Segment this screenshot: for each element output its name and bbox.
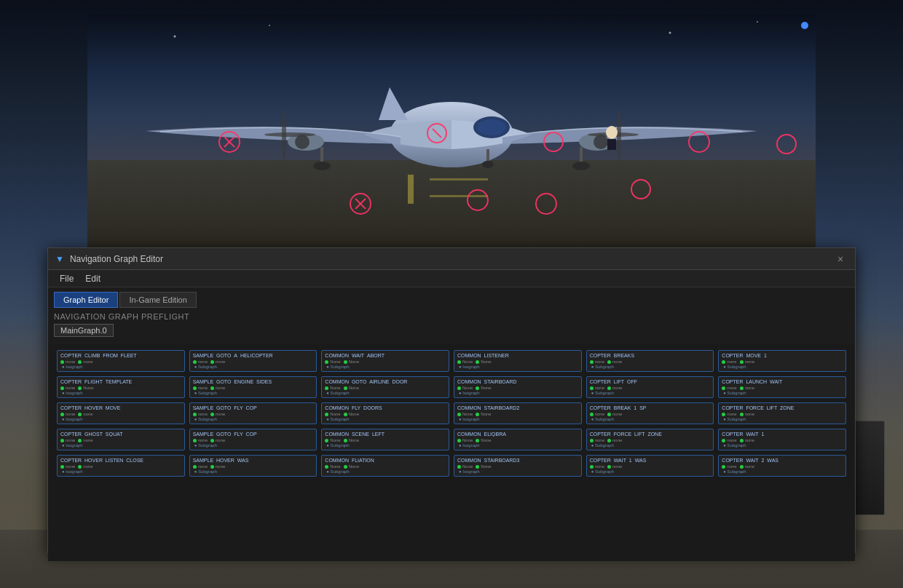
node-card[interactable]: COMMON_SCENE_LEFTNoneNone● Subgraph	[321, 429, 449, 450]
port: None	[457, 438, 473, 442]
node-card[interactable]: COPTER_BREAKSnonenone● Subgraph	[586, 350, 714, 372]
port-label: None	[481, 386, 491, 390]
node-card[interactable]: COMMON_FLY_DOORSNoneNone● Subgraph	[321, 402, 449, 424]
node-subgraph: ● Isograph	[457, 469, 578, 474]
node-card[interactable]: COPTER_LAUNCH_WAITnonenone● Subgraph	[718, 376, 846, 398]
port-label: None	[330, 359, 340, 364]
node-card[interactable]: COPTER_HOVER_LISTEN_CLOSEnonenone● Isogr…	[57, 455, 185, 477]
port-label: none	[745, 464, 754, 469]
node-card[interactable]: COPTER_FORCE_LIFT_ZONEnonenone● Subgraph	[586, 429, 714, 450]
node-card[interactable]: COPTER_BREAK_1_SPnonenone● Subgraph	[586, 402, 714, 424]
port: None	[476, 359, 491, 364]
node-title: COPTER_GHOST_SQUAT	[60, 432, 181, 437]
node-title: COMMON_ELIQBRA	[457, 432, 578, 437]
node-card[interactable]: COMMON_GOTO_AIRLINE_DOORNoneNone● Subgra…	[321, 376, 449, 398]
node-ports: NoneNone	[325, 359, 446, 364]
panel-subtitle: NAVIGATION GRAPH PREFLIGHT	[48, 308, 855, 322]
port: None	[344, 412, 359, 416]
port-dot	[210, 386, 214, 390]
tab-in-game-edition[interactable]: In-Game Edition	[119, 292, 196, 308]
port: none	[722, 464, 736, 469]
port-label: none	[83, 359, 92, 364]
port-dot	[476, 360, 479, 364]
node-card[interactable]: SAMPLE_GOTO_FLY_COPnonenone● Subgraph	[189, 429, 318, 450]
port-label: None	[481, 464, 491, 469]
port: none	[60, 386, 75, 390]
breadcrumb-item[interactable]: MainGraph.0	[54, 324, 114, 337]
node-card[interactable]: COPTER_MOVE_1nonenone● Subgraph	[718, 350, 846, 372]
node-card[interactable]: COPTER_FORCE_LIFT_ZONEnonenone● Subgraph	[718, 402, 846, 424]
node-ports: NoneNone	[325, 438, 446, 442]
port: none	[590, 386, 604, 390]
port-dot	[60, 360, 64, 364]
port: none	[590, 464, 604, 469]
tab-graph-editor[interactable]: Graph Editor	[54, 292, 118, 308]
node-ports: nonenone	[193, 464, 314, 469]
port-dot	[722, 465, 725, 469]
port: none	[78, 438, 92, 442]
node-title: COMMON_STAIRBOARD2	[457, 405, 578, 410]
port: None	[325, 464, 340, 469]
port-label: none	[595, 359, 604, 364]
node-ports: nonenone	[590, 412, 711, 416]
node-card[interactable]: COMMON_FLIATIONNoneNone● Subgraph	[321, 455, 449, 477]
nav-graph-editor-panel: ▼ Navigation Graph Editor × File Edit Gr…	[47, 247, 856, 553]
port: none	[210, 438, 225, 442]
port-label: none	[66, 386, 75, 390]
menu-file[interactable]: File	[54, 272, 79, 285]
node-title: COPTER_HOVER_MOVE	[60, 405, 181, 410]
port-dot	[325, 439, 328, 442]
node-card[interactable]: COPTER_HOVER_MOVEnonenone● Isograph	[57, 402, 185, 424]
graph-canvas[interactable]: COPTER_CLIMB_FROM_FLEETnonenone● Isograp…	[48, 344, 855, 561]
node-card[interactable]: COPTER_WAIT_1_WASnonenone● Subgraph	[586, 455, 714, 477]
node-card[interactable]: COMMON_WAIT_ABORTNoneNone● Subgraph	[321, 350, 449, 372]
node-card[interactable]: SAMPLE_GOTO_A_HELICOPTERnonenone● Subgra…	[189, 350, 318, 372]
port-label: none	[216, 412, 225, 416]
port-dot	[193, 413, 197, 416]
port: none	[78, 412, 92, 416]
menu-edit[interactable]: Edit	[79, 272, 106, 285]
node-subgraph: ● Subgraph	[590, 391, 711, 395]
node-card[interactable]: COPTER_FLIGHT_TEMPLATEnoneNone● Isograph	[57, 376, 185, 398]
svg-point-9	[295, 135, 309, 149]
node-card[interactable]: COPTER_LIFT_OFFnonenone● Subgraph	[586, 376, 714, 398]
port-label: None	[330, 386, 340, 390]
node-card[interactable]: COPTER_GHOST_SQUATnonenone● Isograph	[57, 429, 185, 450]
port-label: none	[745, 438, 754, 442]
node-card[interactable]: SAMPLE_GOTO_ENGINE_SIDESnonenone● Subgra…	[189, 376, 318, 398]
close-button[interactable]: ×	[833, 252, 848, 266]
panel-icon: ▼	[55, 254, 64, 264]
port-label: none	[727, 359, 736, 364]
node-card[interactable]: COMMON_ELIQBRANoneNone● Isograph	[454, 429, 582, 450]
port-dot	[325, 413, 328, 416]
node-subgraph: ● Isograph	[457, 365, 578, 369]
port-label: none	[612, 464, 622, 469]
port: none	[722, 359, 736, 364]
node-ports: nonenone	[722, 386, 843, 390]
node-card[interactable]: COMMON_STAIRBOARD3NoneNone● Isograph	[454, 455, 582, 477]
node-ports: NoneNone	[457, 412, 578, 416]
port-dot	[210, 439, 214, 442]
node-card[interactable]: SAMPLE_GOTO_FLY_COPnonenone● Subgraph	[189, 402, 318, 424]
port-label: none	[595, 386, 604, 390]
node-card[interactable]: COPTER_CLIMB_FROM_FLEETnonenone● Isograp…	[57, 350, 185, 372]
node-card[interactable]: SAMPLE_HOVER_WASnonenone● Subgraph	[189, 455, 318, 477]
node-title: COMMON_STAIRBOARD3	[457, 458, 578, 463]
node-card[interactable]: COMMON_STAIRBOARDNoneNone● Isograph	[454, 376, 582, 398]
port: none	[210, 464, 225, 469]
port: None	[325, 359, 340, 364]
node-card[interactable]: COMMON_LISTENERNoneNone● Isograph	[454, 350, 582, 372]
port-label: none	[198, 438, 208, 442]
nodes-container: COPTER_CLIMB_FROM_FLEETnonenone● Isograp…	[48, 344, 855, 482]
port-label: None	[83, 386, 93, 390]
port: none	[607, 386, 622, 390]
node-subgraph: ● Subgraph	[193, 469, 314, 474]
node-card[interactable]: COPTER_WAIT_1nonenone● Subgraph	[718, 429, 846, 450]
port: none	[60, 464, 75, 469]
node-card[interactable]: COMMON_STAIRBOARD2NoneNone● Isograph	[454, 402, 582, 424]
node-subgraph: ● Subgraph	[722, 469, 843, 474]
node-ports: nonenone	[60, 438, 181, 442]
port-label: None	[330, 438, 340, 442]
node-title: COMMON_FLIATION	[325, 458, 446, 463]
node-card[interactable]: COPTER_WAIT_2_WASnonenone● Subgraph	[718, 455, 846, 477]
